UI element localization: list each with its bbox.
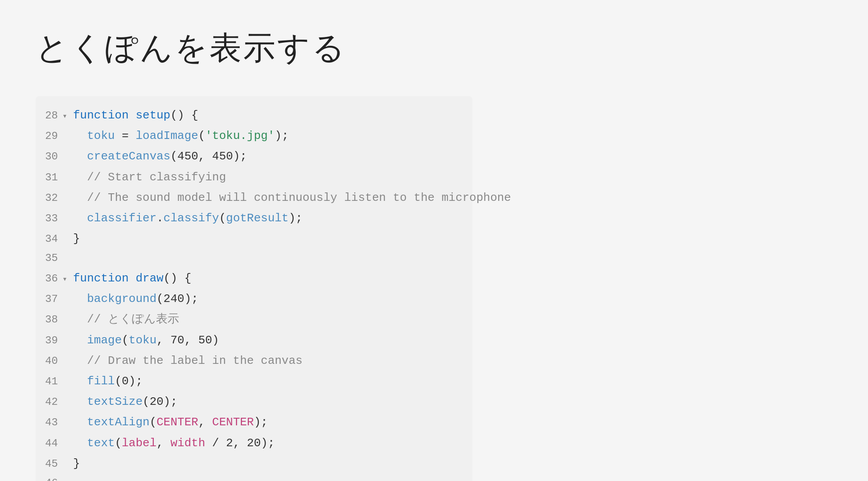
line-number: 29	[36, 127, 62, 146]
line-number: 38	[36, 311, 62, 329]
code-line: 38 // とくぽん表示	[36, 309, 472, 330]
line-number: 37	[36, 290, 62, 309]
line-content: function setup() {	[71, 106, 198, 125]
line-arrow: ▾	[62, 110, 71, 123]
line-number: 39	[36, 332, 62, 350]
line-content: // Draw the label in the canvas	[71, 351, 303, 371]
line-number: 30	[36, 148, 62, 166]
line-number: 32	[36, 189, 62, 208]
code-line: 37 background(240);	[36, 289, 472, 309]
line-number: 41	[36, 373, 62, 391]
line-content: createCanvas(450, 450);	[71, 147, 247, 166]
line-number: 43	[36, 414, 62, 432]
page-title: とくぽんを表示する	[36, 27, 832, 69]
code-line: 35	[36, 249, 472, 268]
line-number: 34	[36, 230, 62, 249]
line-content: textAlign(CENTER, CENTER);	[71, 412, 268, 432]
line-arrow: ▾	[62, 273, 71, 286]
code-line: 31 // Start classifying	[36, 167, 472, 188]
line-content: toku = loadImage('toku.jpg');	[71, 126, 289, 146]
code-line: 28▾function setup() {	[36, 105, 472, 126]
line-content: // The sound model will continuously lis…	[71, 188, 511, 208]
line-content: textSize(20);	[71, 392, 177, 412]
code-line: 34}	[36, 228, 472, 249]
line-number: 45	[36, 455, 62, 473]
line-content: // Start classifying	[71, 167, 226, 187]
line-number: 44	[36, 435, 62, 453]
code-block: 28▾function setup() {29 toku = loadImage…	[36, 96, 472, 481]
code-line: 42 textSize(20);	[36, 391, 472, 412]
line-content: fill(0);	[71, 371, 143, 391]
line-content: function draw() {	[71, 269, 191, 288]
code-line: 40 // Draw the label in the canvas	[36, 351, 472, 371]
code-line: 36▾function draw() {	[36, 268, 472, 289]
code-line: 33 classifier.classify(gotResult);	[36, 208, 472, 228]
line-content: text(label, width / 2, 20);	[71, 433, 275, 453]
line-number: 33	[36, 210, 62, 228]
code-line: 46	[36, 474, 472, 481]
code-line: 39 image(toku, 70, 50)	[36, 330, 472, 351]
code-line: 41 fill(0);	[36, 371, 472, 391]
line-number: 36	[36, 270, 62, 288]
code-line: 45}	[36, 453, 472, 474]
code-line: 44 text(label, width / 2, 20);	[36, 433, 472, 453]
line-number: 40	[36, 352, 62, 371]
line-number: 42	[36, 393, 62, 412]
line-number: 46	[36, 474, 62, 481]
line-content: // とくぽん表示	[71, 310, 179, 329]
code-line: 43 textAlign(CENTER, CENTER);	[36, 412, 472, 432]
code-line: 30 createCanvas(450, 450);	[36, 146, 472, 167]
line-content: }	[71, 454, 80, 473]
code-line: 29 toku = loadImage('toku.jpg');	[36, 126, 472, 146]
code-line: 32 // The sound model will continuously …	[36, 188, 472, 208]
line-content: image(toku, 70, 50)	[71, 330, 219, 350]
line-number: 28	[36, 107, 62, 125]
line-number: 31	[36, 169, 62, 187]
line-number: 35	[36, 249, 62, 268]
line-content: classifier.classify(gotResult);	[71, 208, 303, 228]
line-content: background(240);	[71, 289, 198, 309]
line-content: }	[71, 229, 80, 249]
